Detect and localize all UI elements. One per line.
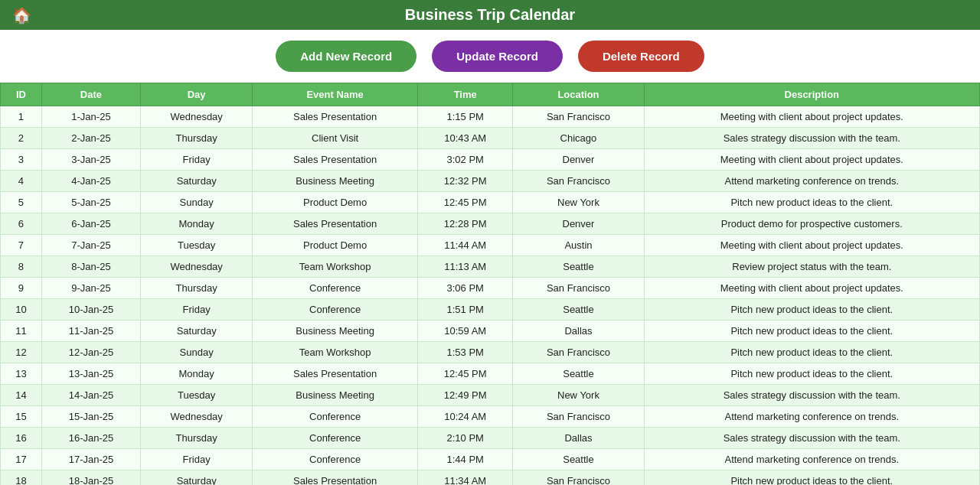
- cell-location: San Francisco: [513, 171, 644, 192]
- cell-event-name: Product Demo: [253, 192, 418, 213]
- cell-date: 12-Jan-25: [41, 342, 140, 363]
- cell-time: 11:34 AM: [418, 470, 513, 486]
- cell-id: 18: [1, 470, 42, 486]
- cell-id: 12: [1, 342, 42, 363]
- cell-day: Wednesday: [141, 406, 253, 428]
- table-row[interactable]: 99-Jan-25ThursdayConference3:06 PMSan Fr…: [1, 278, 980, 299]
- cell-location: Seattle: [513, 256, 644, 278]
- cell-time: 12:45 PM: [418, 192, 513, 213]
- cell-time: 2:10 PM: [418, 428, 513, 449]
- cell-id: 3: [1, 149, 42, 171]
- table-row[interactable]: 66-Jan-25MondaySales Presentation12:28 P…: [1, 213, 980, 235]
- cell-location: San Francisco: [513, 470, 644, 486]
- toolbar: Add New Record Update Record Delete Reco…: [0, 30, 980, 83]
- table-row[interactable]: 1616-Jan-25ThursdayConference2:10 PMDall…: [1, 428, 980, 449]
- cell-id: 6: [1, 213, 42, 235]
- column-header-location: Location: [513, 83, 644, 106]
- table-row[interactable]: 1111-Jan-25SaturdayBusiness Meeting10:59…: [1, 321, 980, 342]
- cell-event-name: Sales Presentation: [253, 106, 418, 128]
- cell-event-name: Conference: [253, 428, 418, 449]
- home-icon[interactable]: 🏠: [12, 6, 31, 24]
- table-row[interactable]: 1313-Jan-25MondaySales Presentation12:45…: [1, 363, 980, 385]
- cell-date: 13-Jan-25: [41, 363, 140, 385]
- table-row[interactable]: 1818-Jan-25SaturdaySales Presentation11:…: [1, 470, 980, 486]
- cell-day: Friday: [141, 299, 253, 321]
- table-row[interactable]: 1414-Jan-25TuesdayBusiness Meeting12:49 …: [1, 385, 980, 406]
- column-header-date: Date: [41, 83, 140, 106]
- cell-date: 1-Jan-25: [41, 106, 140, 128]
- cell-description: Meeting with client about project update…: [644, 278, 979, 299]
- update-record-button[interactable]: Update Record: [432, 41, 563, 72]
- cell-time: 11:13 AM: [418, 256, 513, 278]
- cell-event-name: Sales Presentation: [253, 213, 418, 235]
- table-row[interactable]: 1212-Jan-25SundayTeam Workshop1:53 PMSan…: [1, 342, 980, 363]
- cell-day: Thursday: [141, 128, 253, 149]
- table-row[interactable]: 1717-Jan-25FridayConference1:44 PMSeattl…: [1, 449, 980, 470]
- cell-date: 9-Jan-25: [41, 278, 140, 299]
- cell-time: 1:15 PM: [418, 106, 513, 128]
- cell-day: Tuesday: [141, 235, 253, 256]
- cell-location: Seattle: [513, 449, 644, 470]
- add-record-button[interactable]: Add New Record: [276, 41, 416, 72]
- cell-time: 1:53 PM: [418, 342, 513, 363]
- cell-day: Thursday: [141, 428, 253, 449]
- cell-date: 7-Jan-25: [41, 235, 140, 256]
- cell-location: San Francisco: [513, 342, 644, 363]
- table-row[interactable]: 22-Jan-25ThursdayClient Visit10:43 AMChi…: [1, 128, 980, 149]
- cell-id: 9: [1, 278, 42, 299]
- cell-event-name: Client Visit: [253, 128, 418, 149]
- cell-location: Austin: [513, 235, 644, 256]
- cell-time: 12:28 PM: [418, 213, 513, 235]
- cell-time: 12:49 PM: [418, 385, 513, 406]
- cell-description: Meeting with client about project update…: [644, 235, 979, 256]
- cell-event-name: Conference: [253, 278, 418, 299]
- cell-id: 14: [1, 385, 42, 406]
- cell-event-name: Business Meeting: [253, 321, 418, 342]
- cell-time: 10:24 AM: [418, 406, 513, 428]
- cell-date: 2-Jan-25: [41, 128, 140, 149]
- cell-time: 12:32 PM: [418, 171, 513, 192]
- column-header-event-name: Event Name: [253, 83, 418, 106]
- delete-record-button[interactable]: Delete Record: [578, 41, 704, 72]
- cell-description: Attend marketing conference on trends.: [644, 171, 979, 192]
- page-title: Business Trip Calendar: [15, 6, 965, 24]
- cell-id: 4: [1, 171, 42, 192]
- cell-date: 8-Jan-25: [41, 256, 140, 278]
- cell-day: Saturday: [141, 171, 253, 192]
- cell-description: Meeting with client about project update…: [644, 106, 979, 128]
- cell-date: 16-Jan-25: [41, 428, 140, 449]
- cell-day: Sunday: [141, 192, 253, 213]
- cell-time: 1:44 PM: [418, 449, 513, 470]
- table-row[interactable]: 33-Jan-25FridaySales Presentation3:02 PM…: [1, 149, 980, 171]
- cell-location: Dallas: [513, 321, 644, 342]
- table-row[interactable]: 88-Jan-25WednesdayTeam Workshop11:13 AMS…: [1, 256, 980, 278]
- cell-event-name: Sales Presentation: [253, 363, 418, 385]
- table-row[interactable]: 1515-Jan-25WednesdayConference10:24 AMSa…: [1, 406, 980, 428]
- cell-location: Seattle: [513, 299, 644, 321]
- cell-day: Thursday: [141, 278, 253, 299]
- cell-date: 18-Jan-25: [41, 470, 140, 486]
- table-row[interactable]: 1010-Jan-25FridayConference1:51 PMSeattl…: [1, 299, 980, 321]
- cell-time: 3:06 PM: [418, 278, 513, 299]
- cell-id: 5: [1, 192, 42, 213]
- cell-date: 4-Jan-25: [41, 171, 140, 192]
- table-row[interactable]: 55-Jan-25SundayProduct Demo12:45 PMNew Y…: [1, 192, 980, 213]
- cell-id: 2: [1, 128, 42, 149]
- cell-location: Chicago: [513, 128, 644, 149]
- cell-event-name: Product Demo: [253, 235, 418, 256]
- cell-location: San Francisco: [513, 106, 644, 128]
- cell-date: 6-Jan-25: [41, 213, 140, 235]
- table-row[interactable]: 44-Jan-25SaturdayBusiness Meeting12:32 P…: [1, 171, 980, 192]
- cell-location: Denver: [513, 213, 644, 235]
- cell-time: 12:45 PM: [418, 363, 513, 385]
- cell-day: Wednesday: [141, 256, 253, 278]
- cell-id: 13: [1, 363, 42, 385]
- table-row[interactable]: 11-Jan-25WednesdaySales Presentation1:15…: [1, 106, 980, 128]
- cell-event-name: Conference: [253, 449, 418, 470]
- table-row[interactable]: 77-Jan-25TuesdayProduct Demo11:44 AMAust…: [1, 235, 980, 256]
- cell-date: 14-Jan-25: [41, 385, 140, 406]
- cell-time: 3:02 PM: [418, 149, 513, 171]
- cell-description: Pitch new product ideas to the client.: [644, 192, 979, 213]
- cell-id: 8: [1, 256, 42, 278]
- cell-day: Monday: [141, 363, 253, 385]
